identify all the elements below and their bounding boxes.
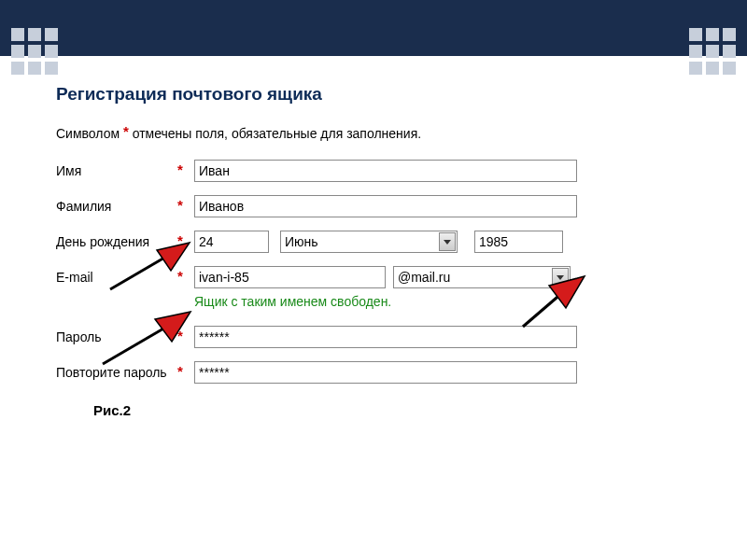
required-star: * [177, 161, 183, 177]
email-domain-select[interactable] [393, 266, 571, 288]
required-star: * [177, 232, 183, 248]
email-local-input[interactable] [194, 266, 386, 288]
password-confirm-input[interactable] [194, 361, 577, 384]
last-name-label: Фамилия [56, 199, 177, 214]
password-label: Пароль [56, 329, 177, 344]
header-bar [0, 0, 747, 56]
first-name-label: Имя [56, 163, 177, 178]
birthday-month-select[interactable] [280, 231, 458, 253]
required-star: * [177, 328, 183, 343]
first-name-input[interactable] [194, 160, 577, 182]
required-star: * [177, 363, 183, 379]
password-confirm-label: Повторите пароль [56, 365, 177, 380]
birthday-year-input[interactable] [474, 231, 563, 253]
email-label: E-mail [56, 270, 177, 285]
birthday-label: День рождения [56, 234, 177, 249]
last-name-input[interactable] [194, 195, 577, 217]
figure-caption: Рис.2 [93, 402, 700, 418]
asterisk-icon: * [123, 123, 129, 139]
chevron-down-icon[interactable] [439, 232, 456, 251]
email-available-message: Ящик с таким именем свободен. [194, 294, 700, 309]
password-input[interactable] [194, 326, 577, 348]
required-note: Символом * отмечены поля, обязательные д… [56, 125, 700, 141]
chevron-down-icon[interactable] [552, 268, 569, 287]
birthday-day-input[interactable] [194, 231, 269, 253]
required-star: * [177, 268, 183, 284]
page-title: Регистрация почтового ящика [56, 84, 700, 105]
required-star: * [177, 197, 183, 213]
